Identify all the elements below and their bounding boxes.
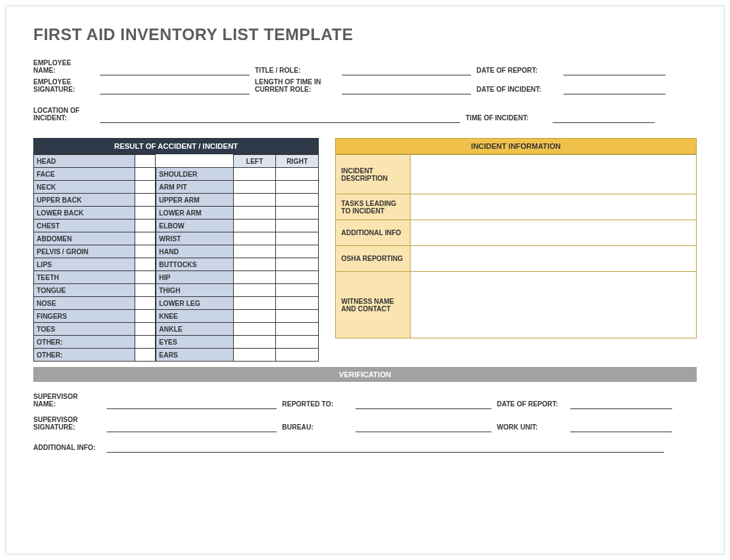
incident-row-label: ADDITIONAL INFO: [336, 220, 411, 246]
location-incident-input[interactable]: [100, 107, 460, 123]
body-part-checkbox[interactable]: [135, 310, 156, 323]
body-part-label: KNEE: [156, 310, 234, 323]
body-part-label: HAND: [156, 245, 234, 258]
reported-to-label: REPORTED TO:: [282, 393, 350, 409]
body-part-checkbox[interactable]: [135, 258, 156, 271]
body-part-checkbox[interactable]: [135, 194, 156, 207]
body-part-label: CHEST: [34, 220, 135, 232]
incident-row-label: WITNESS NAME AND CONTACT: [336, 272, 411, 338]
verif-date-report-input[interactable]: [570, 393, 672, 409]
body-part-right-checkbox[interactable]: [276, 349, 319, 362]
body-part-checkbox[interactable]: [135, 168, 156, 181]
date-incident-input[interactable]: [563, 78, 665, 94]
body-part-right-checkbox[interactable]: [276, 310, 319, 323]
main-content: RESULT OF ACCIDENT / INCIDENT HEADFACENE…: [33, 138, 697, 362]
body-part-right-checkbox[interactable]: [276, 258, 319, 271]
body-part-left-checkbox[interactable]: [233, 207, 276, 220]
body-part-checkbox[interactable]: [135, 271, 156, 284]
title-role-input[interactable]: [342, 59, 471, 75]
body-part-left-checkbox[interactable]: [233, 349, 276, 362]
body-part-label: SHOULDER: [156, 168, 234, 181]
body-part-checkbox[interactable]: [135, 155, 156, 168]
body-part-label: TONGUE: [34, 284, 135, 297]
body-part-checkbox[interactable]: [135, 323, 156, 336]
body-part-left-checkbox[interactable]: [233, 232, 276, 245]
title-role-label: TITLE / ROLE:: [255, 59, 336, 75]
incident-row-input[interactable]: [411, 246, 697, 272]
work-unit-input[interactable]: [570, 416, 672, 432]
body-part-right-checkbox[interactable]: [276, 284, 319, 297]
body-part-left-checkbox[interactable]: [233, 245, 276, 258]
incident-row-label: TASKS LEADING TO INCIDENT: [336, 194, 411, 220]
body-part-label: EARS: [156, 349, 234, 362]
employee-signature-input[interactable]: [100, 78, 249, 94]
body-part-checkbox[interactable]: [135, 336, 156, 349]
supervisor-signature-input[interactable]: [107, 416, 277, 432]
body-part-label: LIPS: [34, 258, 135, 271]
result-header: RESULT OF ACCIDENT / INCIDENT: [33, 138, 319, 154]
body-part-left-checkbox[interactable]: [233, 168, 276, 181]
body-part-right-checkbox[interactable]: [276, 207, 319, 220]
additional-info-input[interactable]: [107, 439, 664, 453]
length-role-input[interactable]: [342, 78, 471, 94]
body-part-left-checkbox[interactable]: [233, 284, 276, 297]
body-part-left-checkbox[interactable]: [233, 310, 276, 323]
incident-row-input[interactable]: [411, 194, 697, 220]
body-part-checkbox[interactable]: [135, 220, 156, 232]
body-part-left-checkbox[interactable]: [233, 323, 276, 336]
body-part-label: HEAD: [34, 155, 135, 168]
body-part-left-checkbox[interactable]: [233, 181, 276, 194]
time-incident-input[interactable]: [553, 107, 655, 123]
body-part-right-checkbox[interactable]: [276, 181, 319, 194]
reported-to-input[interactable]: [355, 393, 491, 409]
body-part-right-checkbox[interactable]: [276, 220, 319, 232]
body-part-label: TOES: [34, 323, 135, 336]
body-part-left-checkbox[interactable]: [233, 258, 276, 271]
body-part-label: OTHER:: [34, 349, 135, 362]
body-part-label: UPPER BACK: [34, 194, 135, 207]
bureau-input[interactable]: [355, 416, 491, 432]
body-part-checkbox[interactable]: [135, 245, 156, 258]
body-part-label: FACE: [34, 168, 135, 181]
incident-row-input[interactable]: [411, 272, 697, 338]
right-header: RIGHT: [276, 155, 319, 168]
page-title: FIRST AID INVENTORY LIST TEMPLATE: [33, 25, 697, 44]
body-part-left-checkbox[interactable]: [233, 336, 276, 349]
incident-row-input[interactable]: [411, 220, 697, 246]
body-part-checkbox[interactable]: [135, 207, 156, 220]
body-part-right-checkbox[interactable]: [276, 168, 319, 181]
body-part-checkbox[interactable]: [135, 349, 156, 362]
body-part-label: LOWER BACK: [34, 207, 135, 220]
supervisor-signature-label: SUPERVISOR SIGNATURE:: [33, 416, 101, 432]
employee-signature-label: EMPLOYEE SIGNATURE:: [33, 78, 94, 94]
body-part-left-checkbox[interactable]: [233, 297, 276, 310]
body-part-label: WRIST: [156, 232, 234, 245]
employee-name-input[interactable]: [100, 59, 249, 75]
body-part-right-checkbox[interactable]: [276, 194, 319, 207]
body-part-checkbox[interactable]: [135, 181, 156, 194]
body-part-left-checkbox[interactable]: [233, 220, 276, 232]
bureau-label: BUREAU:: [282, 416, 350, 432]
body-part-left-checkbox[interactable]: [233, 194, 276, 207]
incident-row-input[interactable]: [411, 155, 697, 194]
body-part-checkbox[interactable]: [135, 297, 156, 310]
supervisor-name-input[interactable]: [107, 393, 277, 409]
body-part-right-checkbox[interactable]: [276, 336, 319, 349]
body-part-checkbox[interactable]: [135, 232, 156, 245]
body-part-right-checkbox[interactable]: [276, 245, 319, 258]
body-part-label: THIGH: [156, 284, 234, 297]
body-part-label: PELVIS / GROIN: [34, 245, 135, 258]
body-part-right-checkbox[interactable]: [276, 232, 319, 245]
body-part-checkbox[interactable]: [135, 284, 156, 297]
body-part-right-checkbox[interactable]: [276, 323, 319, 336]
body-part-label: NOSE: [34, 297, 135, 310]
body-part-left-checkbox[interactable]: [233, 271, 276, 284]
body-part-right-checkbox[interactable]: [276, 271, 319, 284]
body-part-label: BUTTOCKS: [156, 258, 234, 271]
length-role-label: LENGTH OF TIME IN CURRENT ROLE:: [255, 78, 336, 94]
time-incident-label: TIME OF INCIDENT:: [466, 107, 547, 123]
verification-section: SUPERVISOR NAME: REPORTED TO: DATE OF RE…: [33, 393, 697, 432]
body-part-right-checkbox[interactable]: [276, 297, 319, 310]
date-report-input[interactable]: [563, 59, 665, 75]
body-part-label: FINGERS: [34, 310, 135, 323]
